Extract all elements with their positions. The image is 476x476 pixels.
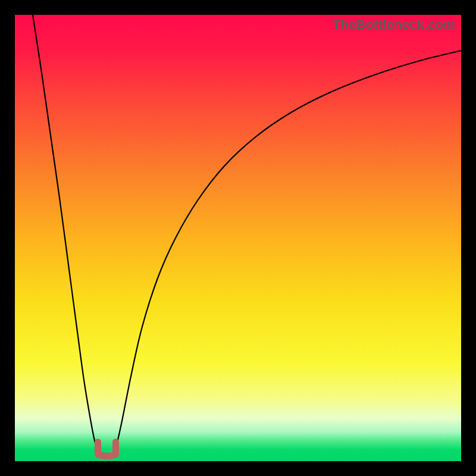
watermark-text: TheBottleneck.com (333, 17, 455, 33)
minimum-marker (98, 442, 116, 456)
curve-layer (15, 15, 461, 461)
bottleneck-curve (33, 15, 461, 456)
plot-frame: TheBottleneck.com (15, 15, 461, 461)
